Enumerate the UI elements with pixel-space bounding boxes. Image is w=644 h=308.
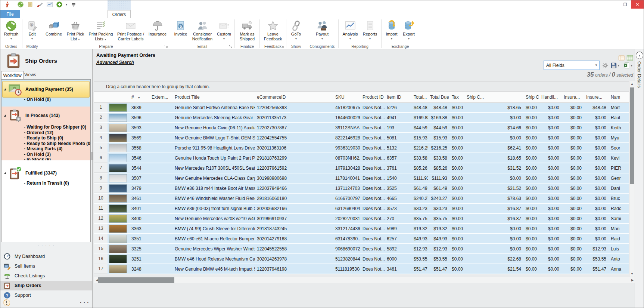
scroll-up-icon[interactable]: ▲ xyxy=(629,81,635,87)
ribbon-button-export[interactable]: Export▼ xyxy=(400,18,417,43)
tree-subitem-waiting-for-drop-shipper-0[interactable]: - Waiting for Drop Shipper (0) xyxy=(1,124,90,130)
tree-subitem-ready-to-ship-0[interactable]: - Ready to Ship (0) xyxy=(1,135,90,141)
ribbon-button-insurance[interactable]: Insurance xyxy=(147,18,168,43)
column-header-extern[interactable]: Extern... xyxy=(149,95,172,100)
tree-expand-icon[interactable] xyxy=(4,88,6,90)
ribbon-button-import[interactable]: Import▼ xyxy=(383,18,400,43)
chart-icon[interactable] xyxy=(46,1,53,8)
column-header-nam[interactable]: Nam xyxy=(609,95,626,100)
tree-subitem-ordered-12[interactable]: - Ordered (12) xyxy=(1,130,90,136)
tab-orders[interactable]: Orders xyxy=(108,10,131,18)
table-row[interactable]: 123400New Genuine Mercedes w208 w210 w46… xyxy=(94,214,635,224)
search-scope-select[interactable]: All Fields ▼ xyxy=(544,61,600,70)
table-row[interactable]: 83507New Genuine Mercedes CLA-Class Carg… xyxy=(94,173,635,184)
column-header-#[interactable]: #▼ xyxy=(129,95,149,100)
table-row[interactable]: 173248New Genuine BMW e46 M-tech Impact … xyxy=(94,264,635,274)
ribbon-button-print-pick-list[interactable]: Print PickList▼ xyxy=(64,18,87,43)
table-row[interactable]: 113401BMW e39 (00-03) front turn signal … xyxy=(94,204,635,214)
table-row[interactable]: 23596Genuine Mercedes Steering Rack Gear… xyxy=(94,113,635,123)
horizontal-scrollbar[interactable]: ◀ ▶ xyxy=(94,277,635,283)
tree-expand-icon[interactable] xyxy=(4,114,6,117)
table-row[interactable]: 33593New Genuine Honda Civic (06-11) Aux… xyxy=(94,123,635,133)
maximize-button[interactable]: ❐ xyxy=(619,0,631,9)
tree-item-fulfilled-[interactable]: Fulfilled (3347) xyxy=(1,160,90,180)
table-row[interactable]: 163251BMW e46 Hood Release Mechanism Cab… xyxy=(94,254,635,264)
table-row[interactable]: 13639Genuine Smart Fortwo Antenna Base N… xyxy=(94,103,635,113)
ribbon-button-reports[interactable]: Reports▼ xyxy=(360,18,380,43)
save-search-icon[interactable] xyxy=(610,62,617,69)
vertical-scrollbar[interactable]: ▲ ▼ xyxy=(629,81,635,277)
table-row[interactable]: 133363BMW (74-99) Crush Sleeve for Diffe… xyxy=(94,224,635,234)
scroll-icon[interactable] xyxy=(27,1,34,8)
chevron-down-icon[interactable]: ▼ xyxy=(593,64,599,67)
ribbon-button-leave-feedback[interactable]: LeaveFeedback xyxy=(261,18,284,43)
add-new-dropdown-icon[interactable]: ▾ xyxy=(66,3,67,6)
sidebar-item-ship-orders[interactable]: Ship Orders xyxy=(0,281,92,290)
advanced-search-link[interactable]: Advanced Search xyxy=(96,60,134,65)
ribbon-button-print-packing-lists[interactable]: Print PackingLists▼ xyxy=(87,18,115,43)
column-header-tax[interactable]: Tax xyxy=(449,95,464,100)
sidebar-item-support[interactable]: ?Support xyxy=(0,290,92,300)
screwdriver-icon[interactable] xyxy=(37,1,43,8)
column-header-insura[interactable]: Insura... xyxy=(561,95,584,100)
warning-icon[interactable] xyxy=(3,299,11,307)
tab-views[interactable]: Views xyxy=(24,72,36,77)
horizontal-scroll-thumb[interactable] xyxy=(98,277,174,283)
tree-item-awaiting-payment-[interactable]: Awaiting Payment (35) xyxy=(1,80,90,96)
panel-splitter-grip[interactable] xyxy=(91,152,93,160)
export-dropdown-icon[interactable]: ▾ xyxy=(631,64,632,67)
customize-toolbar-icon[interactable] xyxy=(70,1,77,8)
column-header-product-title[interactable]: Product Title xyxy=(172,95,255,100)
table-row[interactable]: 93479BMW e36 318 m44 Intake Boot Air Mas… xyxy=(94,184,635,194)
sidebar-item-my-dashboard[interactable]: My Dashboard xyxy=(0,252,92,261)
save-dropdown-icon[interactable]: ▾ xyxy=(618,64,619,67)
expand-panel-icon[interactable]: ‹ xyxy=(636,52,643,59)
table-row[interactable]: 63546Genuine Honda Touch Up Paint 2 Part… xyxy=(94,153,635,163)
tab-file[interactable]: File xyxy=(0,10,20,18)
column-header-product-id[interactable]: Product ID xyxy=(360,95,385,100)
export-grid-icon[interactable]: X xyxy=(623,62,630,69)
column-header-total[interactable]: Total... xyxy=(411,95,428,100)
close-button[interactable]: ✕ xyxy=(631,0,644,9)
dialog-launcher-icon[interactable] xyxy=(164,44,168,48)
ribbon-button-refresh[interactable]: Refresh▼ xyxy=(2,18,21,43)
column-header-ship-c[interactable]: Ship C... xyxy=(464,95,523,100)
ribbon-button-mark-as-shipped[interactable]: Mark asShipped xyxy=(236,18,258,43)
dialog-launcher-icon[interactable] xyxy=(280,44,284,48)
sidebar-item-sell-items[interactable]: Sell Items xyxy=(0,261,92,271)
minimize-button[interactable]: – xyxy=(607,0,619,9)
add-new-icon[interactable] xyxy=(56,1,63,8)
tree-item-in-process-[interactable]: In Process (143) xyxy=(1,107,90,122)
ribbon-button-combine[interactable]: Combine xyxy=(44,18,64,43)
grid-view-icon[interactable] xyxy=(626,55,633,61)
tree-subitem-return-in-transit-0[interactable]: - Return In Transit (0) xyxy=(1,180,90,187)
tree-subitem-ready-to-ship-needs-photo-0[interactable]: - Ready to Ship Needs Photo (0) xyxy=(1,141,90,147)
ribbon-button-edit[interactable]: $Edit▼ xyxy=(24,18,40,43)
column-header-item-id[interactable]: Item ID xyxy=(385,95,411,100)
tree-subitem-missing-parts-4[interactable]: - Missing Parts (4) xyxy=(1,146,90,152)
dialog-launcher-icon[interactable] xyxy=(229,44,233,48)
ribbon-button-invoice[interactable]: $Invoice xyxy=(172,18,190,43)
ribbon-button-print-postage[interactable]: Print Postage /Carrier Labels xyxy=(115,18,147,43)
refresh-icon[interactable] xyxy=(17,1,24,8)
table-row[interactable]: 103461BMW e46 Windshield Washer Fluid Re… xyxy=(94,194,635,204)
column-chooser-icon[interactable] xyxy=(618,55,625,61)
table-row[interactable]: 53558Porsche 911 95-98 Headlight Lens Dr… xyxy=(94,143,635,153)
ribbon-button-payout[interactable]: Payout▼ xyxy=(308,18,337,43)
table-row[interactable]: 73544New Mercedes R107 380SL 450SL Seat … xyxy=(94,163,635,173)
tree-expand-icon[interactable] xyxy=(4,172,6,174)
tab-workflow[interactable]: Workflow xyxy=(1,71,24,79)
ribbon-button-custom[interactable]: Custom▼ xyxy=(215,18,233,43)
table-row[interactable]: 143351BMW e60 e61 M-aero Reflector Bumpe… xyxy=(94,234,635,244)
sidebar-item-check-listings[interactable]: Check Listings xyxy=(0,271,92,281)
ribbon-button-goto[interactable]: GoTo▼ xyxy=(288,18,304,43)
column-header-sku[interactable]: SKU xyxy=(333,95,360,100)
column-header-ecommerceid[interactable]: eCommerceID xyxy=(255,95,333,100)
column-header-ship-c[interactable]: Ship C... xyxy=(523,95,539,100)
column-header-handli[interactable]: Handli... xyxy=(539,95,561,100)
table-row[interactable]: 43569New Genuine BMW Logo T-Shirt OEM Sh… xyxy=(94,133,635,143)
scroll-down-icon[interactable]: ▼ xyxy=(629,271,635,277)
ribbon-button-analysis[interactable]: Analysis▼ xyxy=(340,18,360,43)
vertical-scroll-thumb[interactable] xyxy=(630,87,634,184)
gear-icon[interactable] xyxy=(602,62,609,69)
